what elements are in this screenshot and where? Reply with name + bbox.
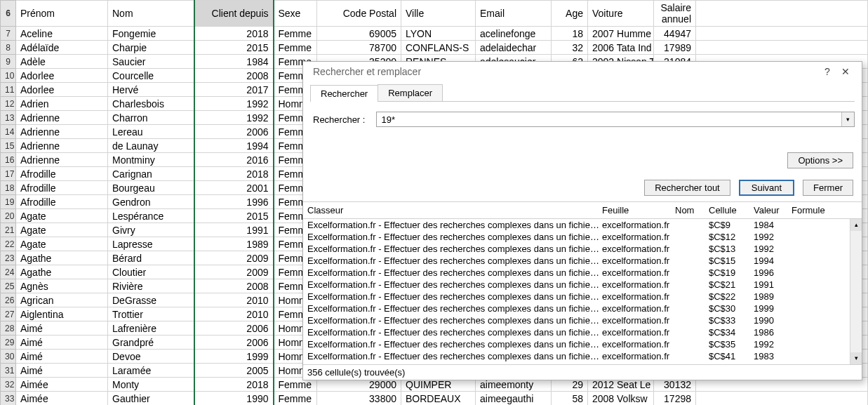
result-row[interactable]: Excelformation.fr - Effectuer des recher… [303, 338, 849, 350]
cell[interactable]: 1999 [194, 350, 274, 364]
cell[interactable]: Gauthier [108, 392, 194, 406]
cell[interactable]: 44947 [654, 27, 696, 41]
cell[interactable]: 2018 [194, 378, 274, 392]
cell[interactable]: 2005 [194, 364, 274, 378]
row-header[interactable]: 27 [1, 307, 16, 321]
cell[interactable]: 1984 [194, 55, 274, 69]
row-header[interactable]: 8 [1, 41, 16, 55]
row-header[interactable]: 19 [1, 195, 16, 209]
result-row[interactable]: Excelformation.fr - Effectuer des recher… [303, 255, 849, 267]
cell[interactable]: Laramée [108, 364, 194, 378]
cell[interactable]: Adrienne [16, 153, 108, 167]
cell[interactable]: 1992 [194, 111, 274, 125]
cell[interactable]: Hervé [108, 83, 194, 97]
col-formule[interactable]: Formule [792, 205, 862, 215]
options-button[interactable]: Options >> [787, 152, 853, 168]
cell[interactable]: 2015 [194, 41, 274, 55]
col-cellule[interactable]: Cellule [709, 205, 754, 215]
cell[interactable]: Rivière [108, 279, 194, 293]
cell[interactable]: 32 [552, 41, 588, 55]
cell[interactable]: Fongemie [108, 27, 194, 41]
cell[interactable]: de Launay [108, 139, 194, 153]
cell[interactable]: Femme [274, 392, 317, 406]
cell[interactable]: Aceline [16, 27, 108, 41]
cell[interactable]: 1991 [194, 223, 274, 237]
cell[interactable]: 2018 [194, 27, 274, 41]
col-valeur[interactable]: Valeur [754, 205, 792, 215]
result-row[interactable]: Excelformation.fr - Effectuer des recher… [303, 279, 849, 291]
cell[interactable]: Afrodille [16, 181, 108, 195]
tab-search[interactable]: Rechercher [310, 85, 378, 102]
row-header[interactable]: 18 [1, 181, 16, 195]
scroll-down-icon[interactable]: ▾ [850, 352, 862, 364]
cell[interactable]: Aimée [16, 392, 108, 406]
cell[interactable]: 2010 [194, 307, 274, 321]
cell[interactable]: Aimée [16, 378, 108, 392]
row-header[interactable]: 15 [1, 139, 16, 153]
result-row[interactable]: Excelformation.fr - Effectuer des recher… [303, 231, 849, 243]
result-row[interactable]: Excelformation.fr - Effectuer des recher… [303, 291, 849, 303]
cell[interactable]: Lafrenière [108, 321, 194, 336]
results-scrollbar[interactable]: ▴ ▾ [850, 219, 862, 364]
cell[interactable]: Aiglentina [16, 307, 108, 321]
cell[interactable]: 2008 [194, 69, 274, 83]
cell[interactable]: 58 [552, 392, 588, 406]
cell[interactable]: 17989 [654, 41, 696, 55]
result-row[interactable]: Excelformation.fr - Effectuer des recher… [303, 267, 849, 279]
cell[interactable]: Charlesbois [108, 97, 194, 111]
row-header[interactable]: 30 [1, 350, 16, 364]
cell[interactable]: Bérard [108, 251, 194, 265]
cell[interactable]: Aimé [16, 350, 108, 364]
cell[interactable]: Aimé [16, 336, 108, 350]
cell[interactable]: Femme [274, 27, 317, 41]
cell[interactable]: Courcelle [108, 69, 194, 83]
cell[interactable]: Afrodille [16, 195, 108, 209]
cell[interactable]: Trottier [108, 307, 194, 321]
cell[interactable]: Saucier [108, 55, 194, 69]
col-header[interactable]: Salaire annuel [654, 1, 696, 27]
row-header[interactable]: 13 [1, 111, 16, 125]
col-header[interactable]: Ville [401, 1, 476, 27]
row-header[interactable]: 20 [1, 209, 16, 223]
cell[interactable]: CONFLANS-S [401, 41, 476, 55]
row-header[interactable]: 10 [1, 69, 16, 83]
close-icon[interactable]: ✕ [836, 66, 855, 77]
row-header[interactable]: 31 [1, 364, 16, 378]
row-header[interactable]: 16 [1, 153, 16, 167]
cell[interactable]: Carignan [108, 167, 194, 181]
cell[interactable]: Agathe [16, 251, 108, 265]
cell[interactable]: acelinefonge [476, 27, 552, 41]
col-feuille[interactable]: Feuille [602, 205, 675, 215]
cell[interactable]: 1992 [194, 97, 274, 111]
cell[interactable]: BORDEAUX [401, 392, 476, 406]
dialog-titlebar[interactable]: Rechercher et remplacer ? ✕ [303, 62, 862, 80]
cell[interactable]: aimeegauthi [476, 392, 552, 406]
row-header[interactable]: 25 [1, 279, 16, 293]
cell[interactable]: 17298 [654, 392, 696, 406]
cell[interactable]: 1989 [194, 237, 274, 251]
row-header[interactable]: 11 [1, 83, 16, 97]
cell[interactable]: 69005 [317, 27, 401, 41]
cell[interactable]: Aimé [16, 321, 108, 336]
cell[interactable]: Agate [16, 237, 108, 251]
cell[interactable]: 18 [552, 27, 588, 41]
cell[interactable]: 2010 [194, 293, 274, 307]
cell[interactable]: 2009 [194, 265, 274, 279]
col-header[interactable]: Age [552, 1, 588, 27]
close-button[interactable]: Fermer [803, 180, 853, 196]
col-header[interactable]: Sexe [274, 1, 317, 27]
col-header[interactable]: Nom [108, 1, 194, 27]
cell[interactable]: 2007 Humme [588, 27, 654, 41]
cell[interactable]: Bourgeau [108, 181, 194, 195]
cell[interactable]: Afrodille [16, 167, 108, 181]
row-header[interactable]: 14 [1, 125, 16, 139]
cell[interactable]: Lapresse [108, 237, 194, 251]
result-row[interactable]: Excelformation.fr - Effectuer des recher… [303, 350, 849, 362]
row-header[interactable]: 26 [1, 293, 16, 307]
cell[interactable]: 2016 [194, 153, 274, 167]
find-all-button[interactable]: Rechercher tout [644, 180, 730, 196]
row-header[interactable]: 28 [1, 321, 16, 336]
cell[interactable]: 2001 [194, 181, 274, 195]
cell[interactable]: Cloutier [108, 265, 194, 279]
cell[interactable]: Femme [274, 41, 317, 55]
